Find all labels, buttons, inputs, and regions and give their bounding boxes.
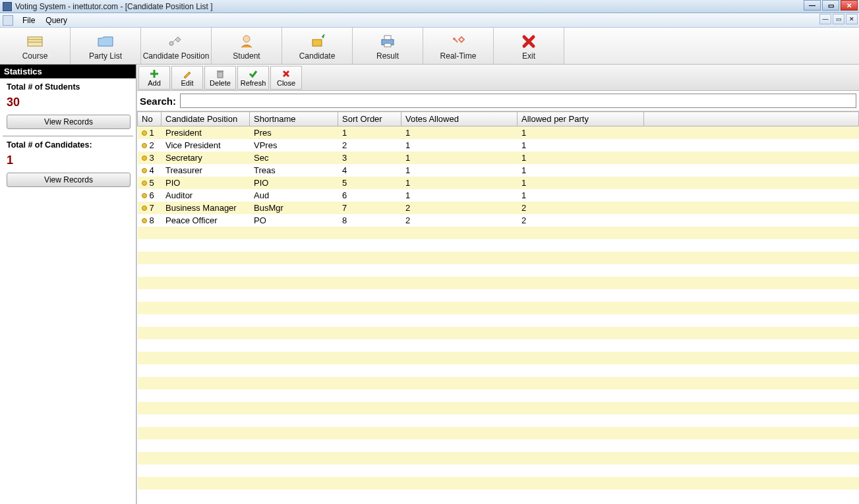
refresh-button[interactable]: Refresh xyxy=(237,66,269,90)
toolbar-party-list[interactable]: Party List xyxy=(71,28,141,64)
col-shortname[interactable]: Shortname xyxy=(250,112,338,126)
toolbar-label: Candidate xyxy=(299,51,336,61)
action-label: Edit xyxy=(181,79,194,87)
table-row[interactable]: 8Peace OfficerPO822 xyxy=(138,214,859,227)
row-indicator-icon xyxy=(142,143,147,148)
toolbar-label: Real-Time xyxy=(440,51,477,61)
toolbar-result[interactable]: Result xyxy=(353,28,423,64)
titlebar[interactable]: Voting System - inettutor.com - [Candida… xyxy=(0,0,859,13)
table-row[interactable]: 2Vice PresidentVPres211 xyxy=(138,139,859,152)
toolbar-real-time[interactable]: Real-Time xyxy=(423,28,494,64)
mdi-restore-button[interactable]: ▭ xyxy=(833,14,844,24)
toolbar-course[interactable]: Course xyxy=(0,28,71,64)
table-row-empty xyxy=(138,464,859,477)
table-row-empty xyxy=(138,452,859,464)
menu-query[interactable]: Query xyxy=(40,14,73,26)
svg-rect-8 xyxy=(384,43,391,47)
edit-button[interactable]: Edit xyxy=(171,66,203,90)
action-label: Refresh xyxy=(241,79,266,87)
row-indicator-icon xyxy=(142,130,147,136)
cell-spacer xyxy=(644,126,859,139)
table-row[interactable]: 5PIOPIO511 xyxy=(138,177,859,189)
mdi-minimize-button[interactable]: — xyxy=(819,14,831,24)
minimize-button[interactable]: — xyxy=(804,0,821,11)
svg-rect-10 xyxy=(218,72,223,78)
data-grid[interactable]: No Candidate Position Shortname Sort Ord… xyxy=(137,111,859,504)
cell-spacer xyxy=(644,139,859,152)
search-input[interactable] xyxy=(180,94,856,108)
table-row[interactable]: 4TreasurerTreas411 xyxy=(138,164,859,177)
cell-spacer xyxy=(644,189,859,202)
action-label: Add xyxy=(148,79,161,87)
cell-allowed: 1 xyxy=(518,126,644,139)
col-spacer xyxy=(644,112,859,126)
table-row[interactable]: 1PresidentPres111 xyxy=(138,126,859,139)
cell-votes: 1 xyxy=(401,164,518,177)
mdi-close-button[interactable]: ✕ xyxy=(846,14,858,24)
view-candidates-button[interactable]: View Records xyxy=(7,173,131,187)
add-button[interactable]: Add xyxy=(138,66,170,90)
cell-shortname: PIO xyxy=(250,177,338,189)
close-button[interactable]: ✕ xyxy=(841,0,858,11)
restore-button[interactable]: ▭ xyxy=(822,0,839,11)
cell-allowed: 1 xyxy=(518,177,644,189)
toolbar-student[interactable]: Student xyxy=(212,28,282,64)
close-button-action[interactable]: Close xyxy=(270,66,302,90)
table-row-empty xyxy=(138,302,859,314)
pencil-icon xyxy=(183,69,192,79)
cell-position: Secretary xyxy=(162,152,250,164)
cell-no: 8 xyxy=(138,214,162,227)
svg-rect-7 xyxy=(384,36,391,40)
col-votes[interactable]: Votes Allowed xyxy=(401,112,518,126)
col-allowed[interactable]: Allowed per Party xyxy=(518,112,644,126)
header-row[interactable]: No Candidate Position Shortname Sort Ord… xyxy=(138,112,859,126)
cell-shortname: VPres xyxy=(250,139,338,152)
col-sort[interactable]: Sort Order xyxy=(338,112,401,126)
table-row-empty xyxy=(138,364,859,377)
wrench-icon xyxy=(448,32,469,50)
window-title: Voting System - inettutor.com - [Candida… xyxy=(15,2,212,11)
table-row[interactable]: 3SecretarySec311 xyxy=(138,152,859,164)
toolbar-label: Candidate Position xyxy=(143,51,210,61)
col-position[interactable]: Candidate Position xyxy=(162,112,250,126)
cell-position: PIO xyxy=(162,177,250,189)
table-row-empty xyxy=(138,289,859,302)
cell-position: Business Manager xyxy=(162,202,250,214)
cell-position: Treasurer xyxy=(162,164,250,177)
svg-rect-0 xyxy=(28,37,42,46)
candidate-icon xyxy=(307,32,328,50)
tools-icon xyxy=(165,32,187,50)
delete-button[interactable]: Delete xyxy=(204,66,236,90)
candidates-value: 1 xyxy=(7,154,129,167)
cell-position: Vice President xyxy=(162,139,250,152)
cell-allowed: 2 xyxy=(518,214,644,227)
row-indicator-icon xyxy=(142,218,147,223)
table-row[interactable]: 6AuditorAud611 xyxy=(138,189,859,202)
view-students-button[interactable]: View Records xyxy=(7,115,131,129)
toolbar-exit[interactable]: Exit xyxy=(494,28,564,64)
cell-sort: 1 xyxy=(338,126,401,139)
table-row-empty xyxy=(138,477,859,490)
table-row-empty xyxy=(138,439,859,452)
candidates-label: Total # of Candidates: xyxy=(7,140,129,150)
toolbar-candidate[interactable]: Candidate xyxy=(282,28,353,64)
cell-no: 5 xyxy=(138,177,162,189)
app-icon xyxy=(3,2,12,11)
cell-sort: 2 xyxy=(338,139,401,152)
table-row-empty xyxy=(138,339,859,352)
row-indicator-icon xyxy=(142,155,147,161)
toolbar-candidate-position[interactable]: Candidate Position xyxy=(141,28,212,64)
table-row-empty xyxy=(138,314,859,327)
col-no[interactable]: No xyxy=(138,112,162,126)
table-row-empty xyxy=(138,327,859,339)
cell-no: 3 xyxy=(138,152,162,164)
cell-allowed: 1 xyxy=(518,152,644,164)
cell-sort: 4 xyxy=(338,164,401,177)
cell-spacer xyxy=(644,214,859,227)
cell-votes: 1 xyxy=(401,177,518,189)
svg-point-9 xyxy=(453,38,456,40)
menu-file[interactable]: File xyxy=(17,14,40,26)
table-row[interactable]: 7Business ManagerBusMgr722 xyxy=(138,202,859,214)
table-row-empty xyxy=(138,352,859,364)
cell-sort: 6 xyxy=(338,189,401,202)
